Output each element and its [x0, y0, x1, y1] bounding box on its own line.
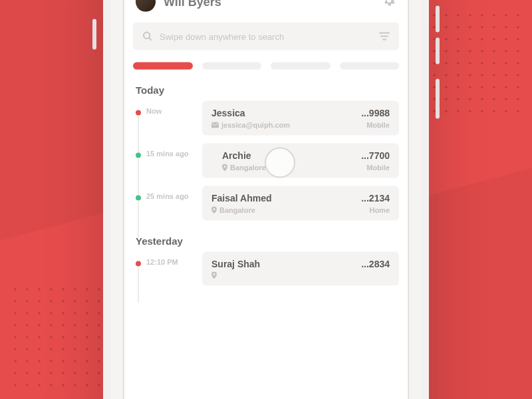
touch-indicator	[265, 148, 295, 178]
contact-card[interactable]: Suraj Shah ...2834	[202, 252, 399, 286]
phone-number: ...9988	[361, 108, 390, 118]
status-dot	[136, 110, 141, 116]
phone-number: ...7700	[361, 150, 390, 161]
phone-bezel: LTE 100% 5:42 Will Byers	[111, 0, 421, 399]
page-title: Will Byers	[164, 0, 374, 9]
mail-icon	[211, 122, 219, 128]
tab-bar	[124, 51, 408, 75]
settings-button[interactable]	[382, 0, 396, 11]
contact-sub: Bangalore	[230, 164, 266, 172]
phone-number: ...2134	[361, 193, 390, 203]
status-dot	[136, 153, 141, 158]
search-icon	[142, 31, 153, 42]
pin-icon	[222, 164, 227, 171]
section-header: Yesterday	[133, 229, 399, 252]
timeline: Now	[133, 101, 194, 144]
list-item[interactable]: 25 mins ago Faisal Ahmed Bangalore	[133, 186, 399, 229]
contact-name: Archie	[222, 150, 266, 161]
call-log: Today Now Jessica	[124, 75, 408, 294]
tab-2[interactable]	[202, 63, 262, 70]
section-header: Today	[133, 78, 399, 101]
timeline-line	[138, 201, 139, 238]
timeline: 25 mins ago	[133, 186, 194, 229]
tab-3[interactable]	[271, 63, 331, 70]
phone-side-button	[436, 6, 440, 33]
avatar[interactable]	[136, 0, 156, 12]
time-label: 15 mins ago	[146, 150, 189, 158]
list-item[interactable]: 15 mins ago Archie Bangalore	[133, 144, 399, 186]
time-label: 25 mins ago	[146, 192, 189, 200]
bg-dots	[416, 9, 523, 116]
time-label: 12:10 PM	[146, 258, 178, 266]
timeline: 12:10 PM	[133, 252, 194, 294]
contact-name: Jessica	[211, 108, 290, 118]
contact-sub: jessica@quiph.com	[221, 121, 290, 129]
contact-name: Suraj Shah	[211, 259, 260, 269]
contact-card[interactable]: Faisal Ahmed Bangalore ...2134 Home	[202, 186, 399, 221]
svg-line-3	[149, 38, 152, 41]
screen: LTE 100% 5:42 Will Byers	[123, 0, 409, 399]
time-label: Now	[146, 107, 162, 115]
timeline: 15 mins ago	[133, 144, 194, 186]
list-item[interactable]: 12:10 PM Suraj Shah ...28	[133, 252, 399, 294]
bg-dots	[9, 283, 116, 390]
phone-side-button	[436, 38, 440, 65]
phone-number: ...2834	[361, 259, 390, 269]
contact-card[interactable]: Archie Bangalore ...7700 Mobile	[202, 144, 399, 178]
app-background: LTE 100% 5:42 Will Byers	[0, 0, 532, 399]
pin-icon	[211, 206, 217, 213]
pin-icon	[211, 272, 217, 279]
number-type: Mobile	[361, 121, 390, 129]
phone-frame: LTE 100% 5:42 Will Byers	[103, 0, 429, 399]
search-input[interactable]	[160, 31, 372, 41]
gear-icon	[382, 0, 396, 8]
header: Will Byers	[124, 0, 408, 17]
status-dot	[136, 261, 141, 267]
timeline-line	[138, 267, 139, 303]
contact-card[interactable]: Jessica jessica@quiph.com ...9988 Mobile	[202, 101, 399, 136]
status-dot	[136, 196, 141, 201]
phone-side-button	[92, 19, 96, 50]
contact-name: Faisal Ahmed	[211, 193, 272, 203]
number-type: Home	[361, 206, 390, 214]
svg-point-2	[144, 33, 150, 39]
tab-4[interactable]	[340, 63, 400, 70]
list-item[interactable]: Now Jessica jessica@quiph.com	[133, 101, 399, 144]
phone-side-button	[436, 79, 440, 119]
search-bar[interactable]	[133, 23, 399, 51]
tab-1[interactable]	[133, 63, 193, 70]
number-type: Mobile	[361, 164, 390, 172]
contact-sub: Bangalore	[219, 206, 255, 214]
filter-icon[interactable]	[379, 32, 390, 41]
